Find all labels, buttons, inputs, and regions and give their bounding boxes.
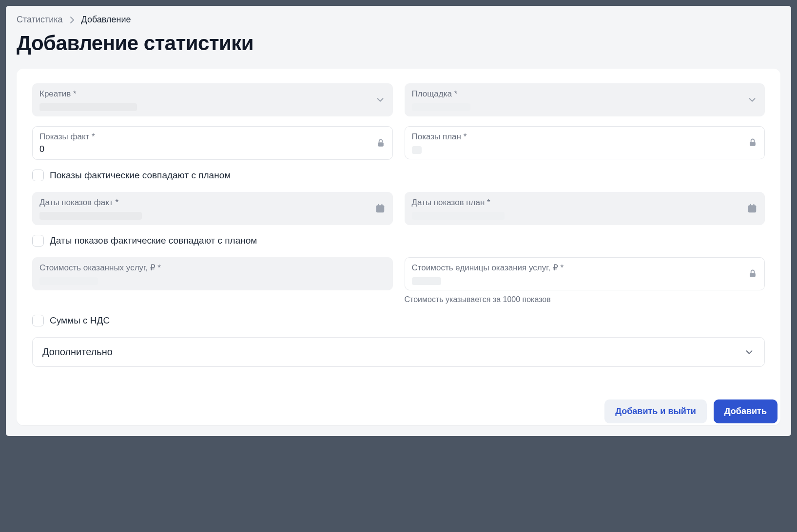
skeleton-placeholder <box>39 212 142 220</box>
chevron-down-icon <box>744 347 755 358</box>
lock-icon <box>748 138 758 148</box>
svg-rect-4 <box>378 204 379 207</box>
breadcrumb: Статистика Добавление <box>17 15 780 25</box>
form-card: Креатив * Площадка * <box>17 69 780 425</box>
field-label: Показы план * <box>412 132 758 142</box>
svg-rect-7 <box>748 206 757 208</box>
checkbox-label: Показы фактические совпадают с планом <box>50 170 231 181</box>
skeleton-placeholder <box>412 146 422 154</box>
accordion-title: Дополнительно <box>42 346 113 358</box>
cost-unit-helper: Стоимость указывается за 1000 показов <box>405 295 765 304</box>
svg-rect-0 <box>378 142 384 146</box>
svg-rect-3 <box>376 206 384 208</box>
vat-checkbox[interactable] <box>32 315 44 326</box>
field-value: 0 <box>39 144 386 154</box>
cost-unit-input[interactable]: Стоимость единицы оказания услуг, ₽ * <box>405 257 765 290</box>
checkbox-label: Даты показов фактические совпадают с пла… <box>50 235 257 246</box>
lock-icon <box>376 138 386 148</box>
add-button[interactable]: Добавить <box>714 399 778 423</box>
chevron-down-icon <box>375 95 386 105</box>
creative-select[interactable]: Креатив * <box>32 83 393 116</box>
svg-rect-1 <box>750 142 756 146</box>
impressions-fact-input[interactable]: Показы факт * 0 <box>32 126 393 160</box>
field-label: Креатив * <box>39 89 386 99</box>
chevron-down-icon <box>747 95 758 105</box>
add-and-exit-button[interactable]: Добавить и выйти <box>604 399 707 423</box>
calendar-icon <box>375 203 386 214</box>
dates-fact-input[interactable]: Даты показов факт * <box>32 192 393 225</box>
skeleton-placeholder <box>39 277 98 285</box>
lock-icon <box>748 269 758 279</box>
page-title: Добавление статистики <box>17 32 780 55</box>
platform-select[interactable]: Площадка * <box>405 83 765 116</box>
breadcrumb-current: Добавление <box>81 15 131 25</box>
dates-match-checkbox[interactable] <box>32 235 44 247</box>
impressions-plan-input[interactable]: Показы план * <box>405 126 765 159</box>
skeleton-placeholder <box>412 103 470 111</box>
chevron-right-icon <box>70 17 75 23</box>
skeleton-placeholder <box>412 277 441 285</box>
svg-rect-9 <box>753 204 754 207</box>
impressions-match-checkbox[interactable] <box>32 170 44 181</box>
extra-accordion[interactable]: Дополнительно <box>32 337 765 367</box>
svg-rect-8 <box>750 204 751 207</box>
svg-rect-10 <box>750 273 756 277</box>
footer-actions: Добавить и выйти Добавить <box>604 399 778 423</box>
skeleton-placeholder <box>39 103 137 111</box>
svg-rect-5 <box>381 204 382 207</box>
calendar-icon <box>747 203 758 214</box>
breadcrumb-root[interactable]: Статистика <box>17 15 63 25</box>
field-label: Показы факт * <box>39 132 386 142</box>
cost-services-input[interactable]: Стоимость оказанных услуг, ₽ * <box>32 257 393 290</box>
field-label: Даты показов факт * <box>39 197 386 208</box>
checkbox-label: Суммы с НДС <box>50 315 110 326</box>
field-label: Стоимость единицы оказания услуг, ₽ * <box>412 263 758 273</box>
skeleton-placeholder <box>412 212 505 220</box>
field-label: Даты показов план * <box>412 197 758 208</box>
field-label: Стоимость оказанных услуг, ₽ * <box>39 263 386 273</box>
dates-plan-input[interactable]: Даты показов план * <box>405 192 765 225</box>
field-label: Площадка * <box>412 89 758 99</box>
